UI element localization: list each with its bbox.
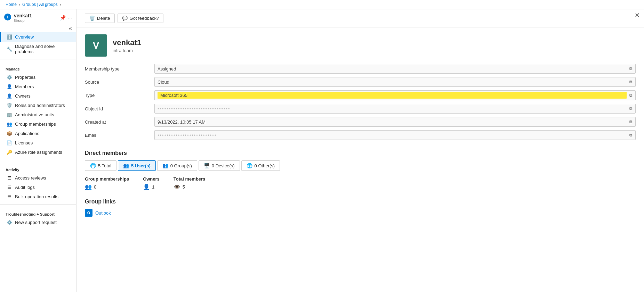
group-header: V venkat1 infra team: [85, 27, 636, 62]
sidebar-item-applications[interactable]: 📦 Applications: [0, 129, 76, 138]
total-members-stat: Total members 👁️ 5: [174, 176, 206, 190]
divider-2: [0, 160, 76, 160]
tab-users[interactable]: 👥 5 User(s): [118, 160, 156, 171]
group-memberships-count: 0: [94, 184, 96, 190]
group-name: venkat1: [113, 38, 141, 47]
support-icon: ⚙️: [7, 220, 12, 225]
created-at-copy-icon[interactable]: ⧉: [629, 119, 633, 124]
members-icon: 👤: [7, 84, 12, 89]
delete-button[interactable]: 🗑️ Delete: [85, 14, 115, 23]
divider-3: [0, 204, 76, 205]
members-tabs: 🌐 5 Total 👥 5 User(s) 👥 0 Group(s) 🖥️ 0 …: [85, 160, 636, 171]
tab-groups[interactable]: 👥 0 Group(s): [157, 160, 197, 171]
created-at-row: Created at 9/13/2022, 10:05:17 AM ⧉: [85, 115, 636, 128]
collapse-sidebar-button[interactable]: «: [0, 25, 76, 32]
overview-icon: ℹ️: [7, 34, 12, 40]
applications-icon: 📦: [7, 131, 12, 136]
users-icon: 👥: [123, 163, 129, 168]
azure-roles-icon: 🔑: [7, 150, 12, 155]
sidebar-item-access-reviews[interactable]: ☰ Access reviews: [0, 173, 76, 183]
support-section-label: Troubleshooting + Support: [0, 207, 76, 218]
object-id-row: Object Id ••••••••••••••••••••••••••••••…: [85, 102, 636, 115]
sidebar-item-diagnose[interactable]: 🔧 Diagnose and solve problems: [0, 42, 76, 56]
more-icon[interactable]: ···: [68, 15, 72, 20]
owners-stat-icon: 👤: [143, 184, 150, 190]
activity-section-label: Activity: [0, 163, 76, 173]
direct-members-title: Direct members: [85, 150, 636, 156]
sidebar-item-members[interactable]: 👤 Members: [0, 82, 76, 91]
source-copy-icon[interactable]: ⧉: [629, 80, 633, 84]
properties-icon: ⚙️: [7, 75, 12, 80]
created-at-value: 9/13/2022, 10:05:17 AM: [158, 119, 627, 125]
sidebar-item-group-memberships[interactable]: 👥 Group memberships: [0, 119, 76, 129]
breadcrumb-groups[interactable]: Groups | All groups: [22, 2, 58, 7]
others-globe-icon: 🌐: [247, 163, 252, 168]
email-row: Email •••••••••••••••••••••••••• ⧉: [85, 128, 636, 142]
membership-type-copy-icon[interactable]: ⧉: [629, 66, 633, 71]
sidebar-subtitle: Group: [14, 18, 32, 23]
toolbar: 🗑️ Delete 💬 Got feedback?: [77, 9, 644, 27]
email-copy-icon[interactable]: ⧉: [629, 133, 633, 137]
sidebar-item-roles[interactable]: 🛡️ Roles and administrators: [0, 101, 76, 110]
group-memberships-stat: Group memberships 👥 0: [85, 176, 129, 190]
properties-table: Membership type Assigned ⧉ Source Cloud …: [85, 62, 636, 142]
outlook-icon: O: [85, 209, 92, 217]
source-value: Cloud: [158, 80, 627, 85]
group-memberships-icon: 👥: [7, 122, 12, 127]
breadcrumb: Home › Groups | All groups ›: [0, 0, 644, 9]
owners-icon: 👤: [7, 93, 12, 99]
total-members-count: 5: [183, 184, 185, 190]
sidebar-item-bulk-ops[interactable]: ☰ Bulk operation results: [0, 192, 76, 201]
group-links-title: Group links: [85, 199, 636, 205]
email-field: •••••••••••••••••••••••••• ⧉: [154, 130, 636, 140]
created-at-label: Created at: [85, 119, 106, 125]
close-button[interactable]: ✕: [635, 12, 640, 18]
delete-icon: 🗑️: [89, 16, 95, 21]
total-members-icon: 👁️: [174, 184, 180, 190]
type-field: Microsoft 365 ⧉: [154, 90, 636, 100]
pin-icon[interactable]: 📌: [60, 15, 66, 20]
object-id-label: Object Id: [85, 106, 103, 111]
admin-units-icon: 🏢: [7, 112, 12, 117]
stats-row: Group memberships 👥 0 Owners 👤 1 Total m…: [85, 176, 636, 190]
group-avatar: V: [85, 34, 107, 57]
owners-stat: Owners 👤 1: [143, 176, 160, 190]
tab-others[interactable]: 🌐 0 Other(s): [241, 160, 280, 171]
breadcrumb-home[interactable]: Home: [6, 2, 17, 7]
roles-icon: 🛡️: [7, 103, 12, 108]
membership-type-label: Membership type: [85, 66, 120, 72]
feedback-icon: 💬: [122, 16, 128, 21]
membership-type-row: Membership type Assigned ⧉: [85, 62, 636, 75]
sidebar-header: i venkat1 Group 📌 ···: [0, 9, 76, 25]
outlook-link[interactable]: O Outlook: [85, 209, 636, 217]
object-id-field: •••••••••••••••••••••••••••••••• ⧉: [154, 104, 636, 114]
sidebar-item-licenses[interactable]: 📄 Licenses: [0, 138, 76, 148]
sidebar-item-overview[interactable]: ℹ️ Overview: [0, 32, 76, 42]
total-globe-icon: 🌐: [90, 163, 96, 168]
email-value: ••••••••••••••••••••••••••: [158, 133, 627, 138]
created-at-field: 9/13/2022, 10:05:17 AM ⧉: [154, 117, 636, 127]
sidebar-item-new-support[interactable]: ⚙️ New support request: [0, 218, 76, 227]
sidebar-item-audit-logs[interactable]: ☰ Audit logs: [0, 183, 76, 192]
group-description: infra team: [113, 48, 141, 53]
email-label: Email: [85, 133, 96, 138]
object-id-copy-icon[interactable]: ⧉: [629, 106, 633, 111]
membership-type-value: Assigned: [158, 66, 627, 72]
type-copy-icon[interactable]: ⧉: [629, 93, 633, 98]
feedback-button[interactable]: 💬 Got feedback?: [118, 14, 164, 23]
licenses-icon: 📄: [7, 140, 12, 145]
sidebar-title: venkat1: [14, 13, 32, 18]
sidebar-item-azure-roles[interactable]: 🔑 Azure role assignments: [0, 148, 76, 157]
sidebar-item-admin-units[interactable]: 🏢 Administrative units: [0, 110, 76, 119]
sidebar: i venkat1 Group 📌 ··· « ℹ️ Overview 🔧 Di…: [0, 9, 77, 292]
tab-devices[interactable]: 🖥️ 0 Device(s): [199, 160, 240, 171]
diagnose-icon: 🔧: [7, 47, 12, 52]
membership-type-field: Assigned ⧉: [154, 64, 636, 74]
sidebar-item-owners[interactable]: 👤 Owners: [0, 91, 76, 101]
sidebar-item-properties[interactable]: ⚙️ Properties: [0, 73, 76, 82]
groups-icon: 👥: [162, 163, 168, 168]
source-row: Source Cloud ⧉: [85, 75, 636, 89]
tab-total[interactable]: 🌐 5 Total: [85, 160, 116, 171]
audit-logs-icon: ☰: [7, 185, 12, 190]
content-inner: V venkat1 infra team Membership type Ass…: [77, 27, 644, 225]
